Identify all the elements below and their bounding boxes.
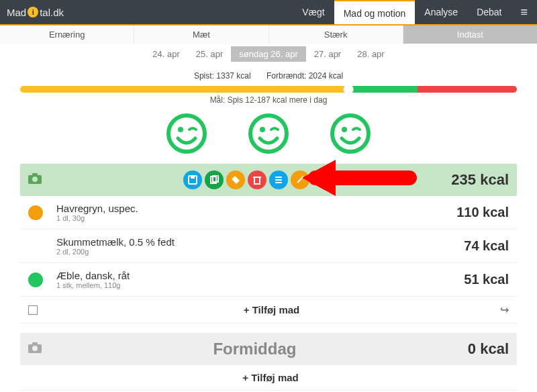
- brand-pre: Mad: [7, 7, 26, 18]
- save-icon[interactable]: [183, 170, 202, 189]
- meal-header-morgen: 235 kcal: [20, 164, 517, 196]
- date-24[interactable]: 24. apr: [144, 46, 187, 62]
- smiley-icon: [330, 113, 371, 154]
- food-dot-icon: [28, 205, 43, 220]
- energy-bar: [20, 86, 517, 93]
- subnav-staerk[interactable]: Stærk: [269, 26, 403, 44]
- food-row[interactable]: Æble, dansk, råt 1 stk, mellem, 110g 51 …: [20, 263, 517, 297]
- copy-icon[interactable]: [205, 170, 224, 189]
- forbraendt-label: Forbrændt: 2024 kcal: [266, 71, 343, 81]
- svg-rect-10: [191, 176, 195, 179]
- smiley-icon: [166, 113, 207, 154]
- goal-text: Mål: Spis 12-187 kcal mere i dag: [0, 93, 537, 110]
- food-kcal: 110 kcal: [456, 205, 509, 220]
- sub-nav: Ernæring Mæt Stærk Indtast: [0, 26, 537, 44]
- add-food-button[interactable]: + Tilføj mad: [43, 304, 500, 315]
- food-name: Skummetmælk, 0.5 % fedt: [56, 236, 464, 248]
- subnav-ernaering[interactable]: Ernæring: [0, 26, 134, 44]
- food-name: Havregryn, uspec.: [56, 203, 456, 214]
- date-switcher: 24. apr 25. apr søndag 26. apr 27. apr 2…: [0, 44, 537, 64]
- date-25[interactable]: 25. apr: [188, 46, 231, 62]
- svg-point-0: [168, 115, 205, 152]
- subnav-indtast[interactable]: Indtast: [403, 26, 537, 44]
- date-28[interactable]: 28. apr: [349, 46, 392, 62]
- nav-vaegt[interactable]: Vægt: [293, 0, 334, 24]
- svg-point-1: [178, 127, 183, 132]
- svg-rect-13: [254, 177, 260, 184]
- camera-icon[interactable]: [28, 173, 42, 187]
- brand-post: tal.dk: [40, 7, 64, 18]
- subnav-maet[interactable]: Mæt: [134, 26, 268, 44]
- delete-icon[interactable]: [248, 170, 266, 189]
- checkbox[interactable]: [28, 305, 38, 315]
- meal-title: Formiddag: [42, 340, 468, 358]
- smiley-row: [0, 110, 537, 164]
- brand-logo[interactable]: Madital.dk: [0, 7, 64, 18]
- tag-icon[interactable]: [226, 170, 245, 189]
- food-row[interactable]: Skummetmælk, 0.5 % fedt 2 dl, 200g 74 kc…: [20, 230, 517, 263]
- smiley-icon: [248, 113, 289, 154]
- svg-point-5: [342, 127, 347, 132]
- share-icon[interactable]: ↪: [500, 303, 509, 316]
- food-amount: 1 stk, mellem, 110g: [56, 281, 464, 289]
- food-kcal: 74 kcal: [464, 238, 509, 254]
- meal-actions: [42, 170, 451, 189]
- svg-point-19: [302, 177, 304, 179]
- svg-rect-21: [32, 342, 38, 345]
- svg-point-4: [332, 115, 369, 152]
- nav-debat[interactable]: Debat: [467, 0, 511, 24]
- menu-icon[interactable]: ≡: [511, 5, 537, 19]
- date-26-selected[interactable]: søndag 26. apr: [231, 46, 305, 62]
- list-icon[interactable]: [269, 170, 288, 189]
- kcal-summary: Spist: 1337 kcal Forbrændt: 2024 kcal: [0, 64, 537, 83]
- svg-line-18: [297, 177, 303, 183]
- nav-analyse[interactable]: Analyse: [415, 0, 467, 24]
- add-food-row: + Tilføj mad: [20, 365, 517, 391]
- meal-total-kcal: 235 kcal: [451, 171, 509, 189]
- camera-icon[interactable]: [28, 342, 42, 356]
- food-row[interactable]: Havregryn, uspec. 1 dl, 30g 110 kcal: [20, 196, 517, 230]
- meal-header-formiddag[interactable]: Formiddag 0 kcal: [20, 333, 517, 365]
- top-nav: Madital.dk Vægt Mad og motion Analyse De…: [0, 0, 537, 24]
- svg-point-3: [260, 127, 265, 132]
- svg-point-8: [32, 177, 38, 182]
- meal-total-kcal: 0 kcal: [468, 340, 509, 358]
- food-name: Æble, dansk, råt: [56, 270, 464, 281]
- spist-label: Spist: 1337 kcal: [194, 71, 251, 81]
- food-dot-icon: [28, 273, 43, 287]
- food-amount: 1 dl, 30g: [56, 214, 456, 222]
- date-27[interactable]: 27. apr: [306, 46, 349, 62]
- add-food-button[interactable]: + Tilføj mad: [43, 372, 498, 383]
- brand-o-icon: i: [28, 7, 38, 17]
- add-food-row: + Tilføj mad ↪: [20, 297, 517, 324]
- food-amount: 2 dl, 200g: [56, 248, 464, 256]
- food-kcal: 51 kcal: [464, 272, 509, 287]
- svg-point-22: [32, 346, 38, 351]
- svg-rect-7: [32, 173, 38, 176]
- nav-mad-og-motion[interactable]: Mad og motion: [334, 0, 416, 24]
- wand-icon[interactable]: [291, 170, 309, 189]
- svg-point-2: [250, 115, 287, 152]
